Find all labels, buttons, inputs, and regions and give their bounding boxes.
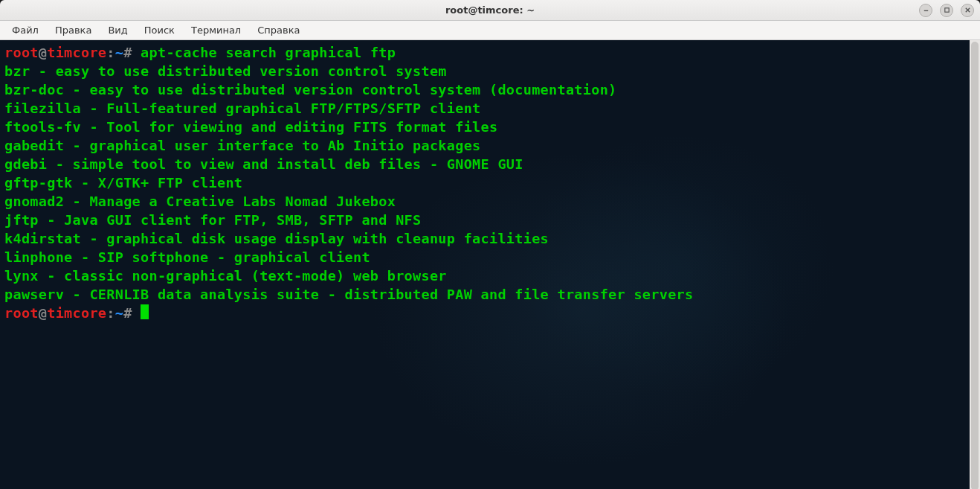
prompt-colon: : <box>106 305 115 321</box>
output-line: gftp-gtk - X/GTK+ FTP client <box>4 173 965 192</box>
output-line: bzr - easy to use distributed version co… <box>4 62 965 80</box>
menu-edit[interactable]: Правка <box>48 22 99 38</box>
output-line: linphone - SIP softphone - graphical cli… <box>4 248 965 266</box>
prompt-colon: : <box>106 45 115 60</box>
command-text: apt-cache search graphical ftp <box>141 45 396 60</box>
output-line: filezilla - Full-featured graphical FTP/… <box>4 99 965 118</box>
minimize-button[interactable] <box>919 4 932 17</box>
output-line: jftp - Java GUI client for FTP, SMB, SFT… <box>4 211 965 229</box>
prompt-host: timcore <box>47 305 106 321</box>
terminal-line: root@timcore:~# <box>4 304 965 322</box>
scrollbar[interactable] <box>970 40 980 489</box>
prompt-user: root <box>4 305 39 321</box>
output-line: gdebi - simple tool to view and install … <box>4 155 965 173</box>
close-icon <box>964 7 971 13</box>
terminal-container: root@timcore:~# apt-cache search graphic… <box>0 40 980 489</box>
window-title: root@timcore: ~ <box>445 4 535 16</box>
menu-terminal[interactable]: Терминал <box>184 22 248 38</box>
minimize-icon <box>923 7 929 13</box>
menu-help[interactable]: Справка <box>250 22 307 38</box>
svg-rect-1 <box>944 8 948 12</box>
terminal-line: root@timcore:~# apt-cache search graphic… <box>4 43 965 62</box>
cursor-icon <box>141 304 149 319</box>
menu-file[interactable]: Файл <box>4 22 46 38</box>
prompt-host: timcore <box>47 45 106 60</box>
prompt-user: root <box>4 45 39 60</box>
prompt-hash: # <box>123 45 132 60</box>
output-line: k4dirstat - graphical disk usage display… <box>4 229 965 248</box>
prompt-at: @ <box>39 305 47 321</box>
output-line: gabedit - graphical user interface to Ab… <box>4 136 965 155</box>
menu-search[interactable]: Поиск <box>137 22 182 38</box>
prompt-hash: # <box>123 305 132 321</box>
output-line: gnomad2 - Manage a Creative Labs Nomad J… <box>4 192 965 211</box>
menu-bar: Файл Правка Вид Поиск Терминал Справка <box>0 21 980 40</box>
scrollbar-thumb[interactable] <box>971 42 979 489</box>
prompt-path: ~ <box>115 305 123 321</box>
menu-view[interactable]: Вид <box>100 22 135 38</box>
terminal-area[interactable]: root@timcore:~# apt-cache search graphic… <box>0 40 970 489</box>
prompt-path: ~ <box>115 45 123 60</box>
output-line: pawserv - CERNLIB data analysis suite - … <box>4 285 965 304</box>
window-controls <box>919 4 974 17</box>
maximize-button[interactable] <box>940 4 953 17</box>
maximize-icon <box>944 7 950 13</box>
output-line: lynx - classic non-graphical (text-mode)… <box>4 266 965 285</box>
prompt-at: @ <box>39 45 47 60</box>
output-line: bzr-doc - easy to use distributed versio… <box>4 80 965 99</box>
close-button[interactable] <box>961 4 974 17</box>
output-line: ftools-fv - Tool for viewing and editing… <box>4 118 965 136</box>
window-titlebar: root@timcore: ~ <box>0 0 980 21</box>
